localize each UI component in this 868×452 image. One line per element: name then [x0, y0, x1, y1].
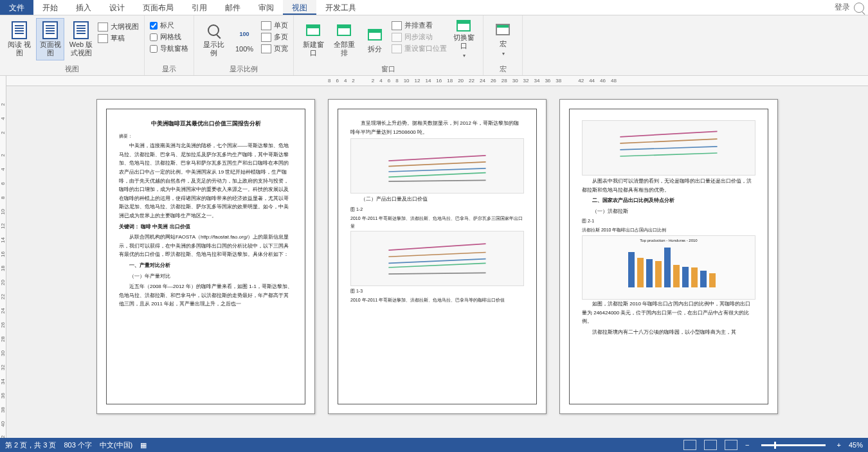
zoom-slider[interactable] [761, 444, 826, 446]
tab-review[interactable]: 审阅 [249, 0, 283, 15]
btn-sync-scroll[interactable]: 同步滚动 [392, 32, 447, 42]
chk-nav-pane[interactable]: 导航窗格 [150, 44, 188, 53]
btn-100pct[interactable]: 100100% [230, 18, 258, 60]
btn-side-by-side[interactable]: 并排查看 [392, 21, 447, 30]
btn-multi-page[interactable]: 多页 [261, 32, 288, 42]
tab-home[interactable]: 开始 [33, 0, 67, 15]
btn-page-width[interactable]: 页宽 [261, 44, 288, 53]
page-view-icon [42, 21, 58, 39]
menu-tabs: 文件 开始 插入 设计 页面布局 引用 邮件 审阅 视图 开发工具 登录 [0, 0, 868, 15]
zoom-icon [208, 24, 219, 36]
chk-ruler[interactable]: 标尺 [150, 21, 188, 30]
tab-design[interactable]: 设计 [100, 0, 134, 15]
group-label-macro: 宏 [489, 63, 517, 75]
figure-caption: 图 2-1 [582, 217, 755, 225]
vertical-ruler[interactable]: 2422468101214161820222426283032343638404… [0, 76, 6, 438]
chart-fig-1-2 [350, 138, 524, 194]
web-view-icon [73, 21, 89, 39]
page-width-icon [261, 44, 271, 53]
tab-view[interactable]: 视图 [283, 0, 316, 15]
tab-layout[interactable]: 页面布局 [134, 0, 183, 15]
zoom-out[interactable]: − [745, 441, 749, 449]
view-mode-print-icon[interactable] [704, 440, 717, 450]
macro-icon [496, 24, 510, 35]
btn-new-window[interactable]: 新建窗口 [299, 18, 327, 60]
btn-switch-window[interactable]: 切换窗口▾ [449, 18, 478, 60]
btn-read-view[interactable]: 阅读 视图 [5, 18, 33, 60]
hundred-percent-icon: 100 [239, 30, 249, 39]
tab-insert[interactable]: 插入 [67, 0, 100, 15]
status-bar: 第 2 页，共 3 页 803 个字 中文(中国) ▦ − + 45% [0, 438, 868, 452]
tab-file[interactable]: 文件 [0, 0, 33, 15]
btn-macros[interactable]: 宏▾ [489, 18, 517, 60]
pages-container[interactable]: 中美洲咖啡豆其最优出口价值三国报告分析 摘要： 中美洲，连接南美洲与北美洲的陆桥… [6, 86, 868, 438]
body-text: 近五年（2008 年—2012 年）的咖啡产量来看，如图 1-1，哥斯达黎加、危… [119, 282, 293, 309]
subsection-heading: （一）年产量对比 [119, 272, 293, 281]
group-label-views: 视图 [5, 63, 139, 75]
doc-page-1[interactable]: 中美洲咖啡豆其最优出口价值三国报告分析 摘要： 中美洲，连接南美洲与北美洲的陆桥… [96, 99, 315, 414]
status-macro-icon[interactable]: ▦ [140, 441, 147, 449]
btn-reset-pos[interactable]: 重设窗口位置 [392, 44, 447, 53]
chart-bar-honduras: Top production - Honduras - 2010 [582, 235, 755, 300]
zoom-in[interactable]: + [837, 441, 841, 449]
section-heading: 二、国家农产品出口比例及特点分析 [582, 196, 755, 205]
split-icon [368, 29, 382, 41]
horizontal-ruler[interactable]: 8642246810121416182022242628303234363842… [6, 76, 868, 86]
btn-arrange-all[interactable]: 全部重排 [330, 18, 358, 60]
view-mode-web-icon[interactable] [725, 440, 737, 450]
btn-zoom[interactable]: 显示比例 [199, 18, 228, 60]
btn-outline[interactable]: 大纲视图 [98, 22, 139, 32]
status-page[interactable]: 第 2 页，共 3 页 [5, 440, 56, 450]
figure-caption: 图 1-2 [350, 206, 524, 213]
tab-references[interactable]: 引用 [183, 0, 216, 15]
btn-web-view[interactable]: Web 版式视图 [67, 18, 95, 60]
chevron-down-icon: ▾ [502, 50, 505, 58]
group-label-window: 窗口 [299, 63, 478, 75]
status-language[interactable]: 中文(中国) [100, 440, 132, 450]
tab-devtools[interactable]: 开发工具 [316, 0, 365, 15]
figure-caption: 图 1-3 [350, 287, 524, 295]
body-text: 如图，洪都拉斯 2010 年咖啡出口占国内出口的比例中，其咖啡的出口量为 246… [582, 300, 755, 326]
login-link[interactable]: 登录 [835, 2, 850, 13]
page-title: 中美洲咖啡豆其最优出口价值三国报告分析 [119, 119, 293, 129]
doc-page-2[interactable]: 直呈现增长上升趋势。据相关数据显示，到 2012 年，哥斯达黎加的咖啡年平均产量… [328, 99, 547, 414]
body-text: 直呈现增长上升趋势。据相关数据显示，到 2012 年，哥斯达黎加的咖啡年平均产量… [350, 119, 524, 136]
ribbon: 阅读 视图 页面视图 Web 版式视图 大纲视图 草稿 视图 标尺 网格线 导航… [0, 15, 868, 76]
btn-draft[interactable]: 草稿 [98, 33, 139, 43]
status-wordcount[interactable]: 803 个字 [64, 440, 91, 450]
one-page-icon [261, 21, 271, 30]
search-icon[interactable] [854, 3, 864, 13]
doc-page-3[interactable]: 从图表中我们可以清楚的看到，无论是咖啡的出口量还是出口价值，洪都拉斯和危地马拉都… [559, 99, 778, 414]
view-mode-read-icon[interactable] [683, 440, 696, 450]
reset-pos-icon [392, 44, 402, 53]
subsection-heading: （一）洪都拉斯 [582, 207, 755, 216]
figure-desc: 洪都拉斯 2010 年咖啡出口占国内出口比例 [582, 226, 755, 234]
keywords: 关键词： 咖啡 中美洲 出口价值 [119, 222, 293, 231]
draft-icon [98, 34, 108, 43]
arrange-icon [337, 24, 351, 36]
multi-page-icon [261, 33, 271, 42]
figure-desc: 2010 年-2011 年哥斯达黎加、洪都拉斯、危地马拉、巴拿马等的咖啡出口价值 [350, 296, 524, 304]
body-text: 从图表中我们可以清楚的看到，无论是咖啡的出口量还是出口价值，洪都拉斯和危地马拉都… [582, 177, 755, 194]
switch-window-icon [457, 20, 471, 32]
figure-desc: 2010 年-2011 年哥斯达黎加、洪都拉斯、危地马拉、巴拿马、萨尔瓦多三国国… [350, 215, 524, 230]
group-label-show: 显示 [150, 63, 188, 75]
sync-scroll-icon [392, 33, 402, 42]
body-text: 洪都拉斯境内有二十八万公顷的咖啡园，以小型咖啡商为主，其 [582, 328, 755, 337]
zoom-level[interactable]: 45% [849, 441, 863, 449]
subsection-heading: （二）产品出口量及出口价值 [350, 195, 524, 204]
outline-icon [98, 23, 108, 32]
chart-fig-1-3 [350, 231, 524, 286]
abstract-label: 摘要： [119, 132, 293, 140]
btn-split[interactable]: 拆分 [361, 18, 389, 60]
tab-mail[interactable]: 邮件 [216, 0, 249, 15]
body-text: 从联合国机构的网站FAOSTA（http://faostat.fao.org/）… [119, 233, 293, 259]
btn-one-page[interactable]: 单页 [261, 21, 288, 30]
btn-page-view[interactable]: 页面视图 [36, 18, 64, 60]
chevron-down-icon: ▾ [463, 51, 466, 60]
chart-top [582, 120, 755, 176]
read-view-icon [12, 21, 27, 39]
chk-gridlines[interactable]: 网格线 [150, 32, 188, 42]
document-canvas: 2422468101214161820222426283032343638404… [0, 76, 868, 438]
group-label-zoom: 显示比例 [199, 63, 288, 75]
